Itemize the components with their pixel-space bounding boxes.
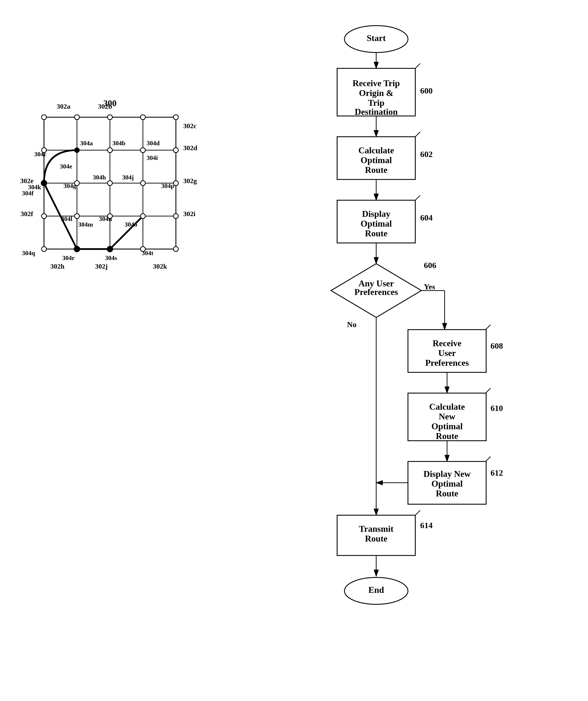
svg-point-41 (41, 214, 46, 219)
calc-optimal-line1: Calculate (358, 146, 394, 155)
no-label: No (347, 320, 356, 329)
disp-new-line2: Optimal (431, 479, 463, 489)
label-302i: 302i (183, 210, 195, 218)
svg-point-38 (108, 181, 113, 186)
label-302k: 302k (153, 262, 167, 270)
recv-user-line3: Preferences (425, 358, 469, 368)
svg-point-47 (74, 246, 80, 252)
label-304t: 304t (142, 250, 153, 257)
svg-point-34 (173, 148, 178, 153)
transmit-line1: Transmit (359, 524, 393, 534)
svg-line-82 (415, 510, 420, 515)
grid-diagram-svg: 300 302a 302b 302c 302d 302e 302f 302g 3… (15, 93, 234, 312)
receive-trip-line4: Destination (355, 107, 398, 117)
label-304c: 304c (34, 151, 47, 158)
svg-point-45 (173, 214, 178, 219)
svg-line-60 (415, 63, 420, 68)
svg-point-51 (41, 115, 46, 120)
label-304p: 304p (161, 182, 174, 190)
label-606: 606 (424, 261, 436, 270)
end-label: End (368, 585, 384, 595)
label-302j: 302j (95, 262, 108, 270)
label-302b: 302b (98, 102, 112, 110)
disp-new-line3: Route (436, 489, 458, 498)
svg-rect-17 (77, 184, 110, 216)
svg-point-53 (108, 115, 113, 120)
label-302f-label: 302f (20, 210, 33, 218)
label-612: 612 (491, 468, 503, 477)
label-304q: 304q (22, 250, 35, 257)
svg-point-39 (141, 181, 145, 186)
label-604: 604 (420, 213, 433, 222)
display-optimal-line3: Route (365, 229, 387, 238)
svg-point-52 (74, 115, 79, 120)
svg-line-78 (485, 457, 491, 461)
label-608: 608 (491, 341, 503, 350)
svg-rect-8 (44, 118, 76, 150)
receive-trip-line2: Origin & (359, 88, 394, 98)
display-optimal-line1: Display (362, 209, 390, 219)
calc-new-line2: New (439, 412, 455, 421)
left-diagram: 300 302a 302b 302c 302d 302e 302f 302g 3… (15, 93, 234, 681)
label-304s: 304s (105, 254, 117, 261)
svg-point-50 (173, 247, 178, 251)
label-304i: 304i (147, 154, 158, 161)
svg-line-66 (415, 195, 420, 200)
diamond-line2: Preferences (355, 287, 398, 297)
display-optimal-line2: Optimal (361, 219, 392, 229)
transmit-line2: Route (365, 534, 387, 543)
label-302h: 302h (50, 262, 64, 270)
page-container: 300 302a 302b 302c 302d 302e 302f 302g 3… (0, 0, 588, 701)
label-304a: 304a (80, 140, 93, 147)
svg-point-54 (141, 115, 145, 120)
label-304n: 304n (99, 215, 112, 222)
label-614: 614 (420, 521, 433, 530)
svg-point-32 (108, 148, 113, 153)
label-304b: 304b (113, 140, 125, 147)
label-304f: 304f (22, 190, 34, 197)
calc-optimal-line2: Optimal (361, 155, 392, 165)
label-304e: 304e (60, 163, 72, 170)
svg-point-33 (141, 148, 145, 153)
label-304d: 304d (147, 140, 160, 147)
svg-line-63 (415, 132, 420, 137)
svg-point-31 (74, 148, 79, 153)
label-302c: 302c (183, 122, 196, 130)
label-304l: 304l (61, 215, 72, 222)
recv-user-line2: User (438, 348, 456, 358)
label-304r: 304r (62, 254, 75, 261)
recv-user-line1: Receive (433, 338, 461, 348)
receive-trip-line3: Trip (368, 98, 384, 108)
label-304h: 304h (93, 174, 106, 181)
right-flowchart: Start Receive Trip Origin & Trip Destina… (254, 20, 573, 681)
svg-line-72 (485, 325, 491, 329)
label-302d: 302d (183, 144, 197, 152)
svg-line-75 (485, 388, 491, 393)
calc-optimal-line3: Route (365, 165, 387, 175)
diamond-line1: Any User (359, 279, 394, 288)
label-304k: 304k (28, 184, 41, 191)
svg-rect-18 (111, 184, 143, 216)
start-label: Start (367, 33, 386, 43)
disp-new-line1: Display New (423, 469, 470, 479)
label-302g: 302g (183, 177, 197, 185)
svg-point-46 (41, 247, 46, 251)
svg-rect-23 (143, 217, 175, 249)
svg-point-44 (141, 214, 145, 219)
calc-new-line3: Optimal (431, 421, 463, 431)
label-302a: 302a (57, 102, 70, 110)
calc-new-line1: Calculate (429, 402, 465, 412)
svg-point-48 (107, 246, 113, 252)
label-304j: 304j (122, 174, 134, 181)
receive-trip-line1: Receive Trip (353, 78, 400, 88)
svg-point-42 (74, 214, 79, 219)
label-602: 602 (420, 150, 433, 159)
flowchart-svg: Start Receive Trip Origin & Trip Destina… (254, 20, 547, 679)
label-600: 600 (420, 86, 433, 95)
calc-new-line4: Route (436, 431, 458, 441)
label-304g: 304g (63, 182, 76, 190)
label-304o: 304o (125, 221, 137, 228)
svg-point-36 (41, 180, 47, 186)
yes-label: Yes (424, 282, 435, 291)
svg-point-55 (173, 115, 178, 120)
